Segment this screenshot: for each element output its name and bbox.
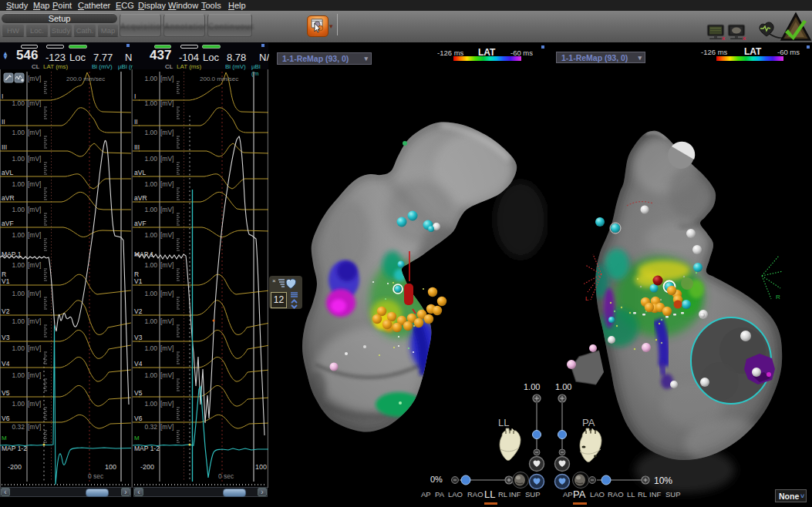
svg-text:1.00: 1.00 <box>144 317 157 325</box>
svg-text:[mV]: [mV] <box>160 99 174 107</box>
svg-text:[mV]: [mV] <box>160 129 174 136</box>
svg-text:[mV]: [mV] <box>160 423 174 431</box>
svg-text:I: I <box>2 92 3 100</box>
svg-text:III: III <box>134 143 140 151</box>
svg-text:[mV]: [mV] <box>28 261 41 269</box>
svg-text:[mV]: [mV] <box>160 180 174 188</box>
svg-text:R: R <box>776 294 780 301</box>
svg-text:[mV]: [mV] <box>160 231 174 239</box>
svg-text:1.00: 1.00 <box>144 231 157 239</box>
svg-text:[mV]: [mV] <box>28 206 41 213</box>
svg-text:[mV]: [mV] <box>160 206 174 213</box>
svg-text:MAP 1-2: MAP 1-2 <box>2 445 27 452</box>
svg-text:aVR: aVR <box>134 194 147 202</box>
svg-text:aVL: aVL <box>134 169 146 176</box>
svg-text:1.00: 1.00 <box>144 400 157 408</box>
svg-text:100: 100 <box>255 463 267 471</box>
svg-text:1.00: 1.00 <box>12 317 25 325</box>
svg-text:V1: V1 <box>2 277 10 285</box>
svg-text:III: III <box>2 143 7 151</box>
svg-text:MAP 1: MAP 1 <box>2 250 22 258</box>
svg-text:x: x <box>743 35 746 42</box>
svg-text:V4: V4 <box>134 360 143 368</box>
svg-text:[mV]: [mV] <box>28 400 41 408</box>
svg-text:MAP 1: MAP 1 <box>134 250 154 258</box>
svg-text:x: x <box>722 35 726 42</box>
svg-text:0.32: 0.32 <box>144 423 157 431</box>
svg-text:1.00: 1.00 <box>12 206 25 213</box>
svg-text:0 sec: 0 sec <box>218 472 234 480</box>
svg-text:[mV]: [mV] <box>28 99 41 107</box>
svg-text:0 sec: 0 sec <box>88 472 104 480</box>
svg-text:1.00: 1.00 <box>144 206 157 213</box>
svg-text:-200: -200 <box>8 463 22 471</box>
svg-text:100: 100 <box>105 463 116 471</box>
svg-text:[mV]: [mV] <box>28 317 41 325</box>
svg-text:1.00: 1.00 <box>144 75 157 82</box>
svg-text:1.00: 1.00 <box>12 371 25 379</box>
svg-text:V2: V2 <box>134 307 143 315</box>
svg-text:[mV]: [mV] <box>28 290 41 297</box>
svg-text:-200: -200 <box>140 463 154 471</box>
svg-text:1.00: 1.00 <box>12 129 25 136</box>
svg-text:1.00: 1.00 <box>12 231 25 239</box>
svg-text:II: II <box>134 118 138 126</box>
svg-text:M: M <box>134 435 140 442</box>
svg-text:II: II <box>2 118 5 126</box>
svg-text:1.00: 1.00 <box>144 99 157 107</box>
svg-text:L: L <box>585 295 589 302</box>
svg-text:[mV]: [mV] <box>160 371 174 379</box>
svg-text:[mV]: [mV] <box>28 75 41 82</box>
svg-text:[mV]: [mV] <box>160 317 174 325</box>
svg-text:1.00: 1.00 <box>12 344 25 352</box>
svg-text:1.00: 1.00 <box>144 180 157 188</box>
svg-text:MAP 1-2: MAP 1-2 <box>134 445 160 452</box>
svg-text:[mV]: [mV] <box>28 371 41 379</box>
svg-text:V5: V5 <box>2 389 10 397</box>
svg-text:1.00: 1.00 <box>144 129 157 136</box>
svg-text:[mV]: [mV] <box>160 261 174 269</box>
svg-text:[mV]: [mV] <box>28 180 41 188</box>
svg-text:[mV]: [mV] <box>160 75 174 82</box>
svg-text:1.00: 1.00 <box>12 261 25 269</box>
svg-text:1.00: 1.00 <box>144 155 157 163</box>
svg-text:200.0 mm/sec: 200.0 mm/sec <box>66 76 105 82</box>
svg-text:[mV]: [mV] <box>28 155 41 163</box>
svg-text:V2: V2 <box>2 307 10 315</box>
svg-text:[mV]: [mV] <box>28 129 41 136</box>
svg-text:V6: V6 <box>134 415 143 422</box>
svg-text:V6: V6 <box>2 415 10 422</box>
svg-text:1.00: 1.00 <box>144 344 157 352</box>
svg-text:[mV]: [mV] <box>28 423 41 431</box>
svg-text:aVF: aVF <box>134 220 147 227</box>
svg-text:0.32: 0.32 <box>12 423 25 431</box>
svg-text:[mV]: [mV] <box>28 344 41 352</box>
svg-text:1.00: 1.00 <box>12 290 25 297</box>
svg-text:aVR: aVR <box>2 194 15 202</box>
svg-text:1.00: 1.00 <box>144 371 157 379</box>
svg-text:200.0 mm/sec: 200.0 mm/sec <box>200 76 238 82</box>
svg-text:[mV]: [mV] <box>160 400 174 408</box>
svg-text:[mV]: [mV] <box>28 231 41 239</box>
svg-text:[mV]: [mV] <box>160 155 174 163</box>
svg-text:1.00: 1.00 <box>144 290 157 297</box>
svg-text:[mV]: [mV] <box>160 290 174 297</box>
svg-text:1.00: 1.00 <box>12 99 25 107</box>
svg-text:[mV]: [mV] <box>160 344 174 352</box>
svg-text:aVL: aVL <box>2 169 13 176</box>
svg-text:1.00: 1.00 <box>12 180 25 188</box>
svg-text:1.00: 1.00 <box>144 261 157 269</box>
svg-text:V5: V5 <box>134 389 143 397</box>
svg-text:1.00: 1.00 <box>12 400 25 408</box>
svg-text:1.00: 1.00 <box>12 155 25 163</box>
svg-text:I: I <box>134 92 136 100</box>
svg-text:aVF: aVF <box>2 220 14 227</box>
svg-text:V3: V3 <box>2 334 10 341</box>
svg-text:V4: V4 <box>2 360 10 368</box>
svg-text:M: M <box>2 435 7 442</box>
svg-text:V3: V3 <box>134 334 143 341</box>
svg-text:V1: V1 <box>134 277 143 285</box>
